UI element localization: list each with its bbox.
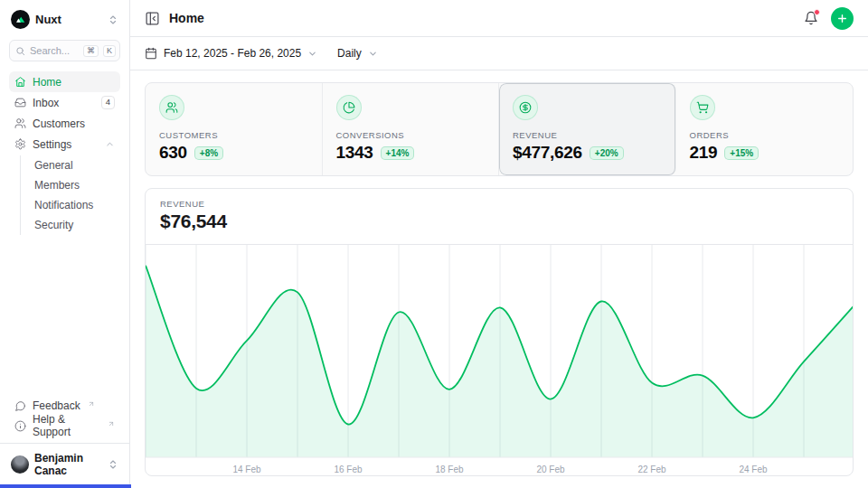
sidebar-item-customers[interactable]: Customers (9, 113, 120, 134)
sidebar-link-label: Feedback (33, 399, 80, 412)
message-icon (14, 400, 26, 412)
sidebar-nav: HomeInbox4CustomersSettingsGeneralMember… (9, 71, 120, 236)
period-value: Daily (337, 47, 362, 60)
stat-card-revenue[interactable]: REVENUE$477,626+20% (499, 83, 676, 175)
kbd-meta: ⌘ (83, 45, 99, 57)
collapse-sidebar-button[interactable] (145, 11, 160, 26)
kbd-key: K (103, 45, 116, 57)
sidebar-item-inbox[interactable]: Inbox4 (9, 92, 120, 113)
chart-x-tick-label: 22 Feb (637, 465, 666, 474)
chart-x-tick-label: 14 Feb (232, 465, 261, 474)
page-content: CUSTOMERS630+8%CONVERSIONS1343+14%REVENU… (130, 70, 868, 488)
user-menu[interactable]: Benjamin Canac (9, 444, 120, 479)
sidebar-item-label: Customers (33, 117, 85, 130)
sidebar-subitem-members[interactable]: Members (21, 175, 120, 195)
filters-toolbar: Feb 12, 2025 - Feb 26, 2025 Daily (130, 37, 868, 70)
search-input[interactable]: Search... ⌘ K (9, 40, 120, 61)
sidebar-item-label: Home (33, 76, 61, 89)
stat-label: REVENUE (513, 130, 662, 140)
workspace-name: Nuxt (35, 13, 61, 26)
date-range-value: Feb 12, 2025 - Feb 26, 2025 (164, 47, 301, 60)
pie-chart-icon (343, 101, 355, 114)
chart-x-tick-label: 20 Feb (536, 465, 565, 474)
home-icon (14, 76, 26, 88)
chevron-down-icon (368, 49, 378, 59)
arrow-up-right-icon (108, 420, 115, 427)
search-icon (15, 46, 25, 56)
stat-label: CUSTOMERS (159, 130, 308, 140)
header-actions (804, 7, 854, 30)
sidebar-link-label: Help & Support (33, 413, 100, 438)
stat-value: 1343 (336, 143, 373, 163)
stat-value-row: 630+8% (159, 143, 308, 163)
stat-card-conversions[interactable]: CONVERSIONS1343+14% (323, 83, 500, 175)
stat-label: ORDERS (690, 130, 840, 140)
chart-x-tick-label: 24 Feb (739, 465, 768, 474)
app-window: Nuxt Search... ⌘ K HomeInbox4CustomersSe… (0, 0, 868, 488)
stat-icon-circle (513, 95, 538, 120)
workspace-switcher[interactable]: Nuxt (9, 8, 120, 33)
users-icon (14, 117, 26, 129)
main-panel: Home Feb 12, 2025 - Feb 26, 2025 Daily (130, 0, 868, 488)
stat-delta-badge: +14% (381, 146, 415, 160)
chart-metric-label: REVENUE (160, 199, 838, 209)
sidebar-item-home[interactable]: Home (9, 71, 120, 92)
external-link-icon (88, 400, 95, 408)
user-name: Benjamin Canac (34, 452, 102, 477)
stat-icon-circle (159, 95, 184, 120)
period-select[interactable]: Daily (337, 47, 378, 60)
stat-icon-circle (336, 95, 362, 120)
sidebar-subitem-notifications[interactable]: Notifications (21, 195, 120, 215)
page-title: Home (169, 11, 204, 25)
info-icon (14, 420, 26, 432)
chevrons-up-down-icon (108, 14, 118, 25)
gear-icon (14, 138, 26, 150)
stat-value-row: 1343+14% (336, 143, 486, 163)
sidebar-spacer (9, 236, 120, 396)
stat-value: 630 (159, 143, 187, 163)
sidebar-item-label: Settings (33, 138, 71, 151)
chart-header: REVENUE $76,544 (146, 189, 853, 245)
sidebar-item-settings[interactable]: Settings (9, 134, 120, 155)
chevron-up-icon (105, 139, 115, 149)
stat-icon-circle (690, 95, 715, 120)
users-icon (165, 101, 178, 114)
sidebar-item-label: Inbox (33, 97, 59, 109)
add-button[interactable] (831, 7, 854, 30)
stat-label: CONVERSIONS (336, 130, 486, 140)
notifications-button[interactable] (804, 11, 818, 25)
revenue-chart-card: REVENUE $76,544 14 Feb16 Feb18 Feb20 Feb… (145, 188, 854, 476)
stat-delta-badge: +20% (590, 146, 624, 160)
sidebar-subitem-security[interactable]: Security (21, 215, 120, 235)
sidebar: Nuxt Search... ⌘ K HomeInbox4CustomersSe… (0, 0, 130, 488)
calendar-icon (145, 47, 157, 60)
cart-icon (696, 101, 709, 114)
stat-card-customers[interactable]: CUSTOMERS630+8% (146, 83, 323, 175)
search-placeholder: Search... (30, 45, 79, 56)
inbox-count-badge: 4 (101, 96, 115, 108)
stat-value-row: 219+15% (690, 143, 840, 163)
chart-x-tick-label: 16 Feb (334, 465, 363, 474)
dollar-icon (519, 101, 532, 114)
sidebar-subitem-general[interactable]: General (21, 155, 120, 175)
sidebar-link-help[interactable]: Help & Support (9, 416, 120, 436)
external-link-icon (108, 420, 115, 427)
stat-delta-badge: +8% (194, 146, 223, 160)
notification-dot (814, 9, 820, 15)
date-range-picker[interactable]: Feb 12, 2025 - Feb 26, 2025 (145, 47, 317, 60)
bottom-left-edge-strip (0, 484, 131, 488)
stat-value-row: $477,626+20% (513, 143, 662, 163)
stat-value: $477,626 (513, 143, 582, 163)
stats-row: CUSTOMERS630+8%CONVERSIONS1343+14%REVENU… (145, 82, 854, 176)
chevron-up-icon (105, 139, 115, 149)
stat-card-orders[interactable]: ORDERS219+15% (676, 83, 854, 175)
revenue-area-chart[interactable]: 14 Feb16 Feb18 Feb20 Feb22 Feb24 Feb (146, 245, 854, 476)
plus-icon (836, 13, 848, 24)
stat-value: 219 (690, 143, 718, 163)
panel-left-close-icon (145, 11, 160, 26)
user-avatar (11, 455, 29, 474)
nuxt-logo-icon (11, 10, 30, 29)
chevrons-up-down-icon (108, 459, 118, 470)
arrow-up-right-icon (88, 400, 95, 408)
chart-metric-value: $76,544 (160, 211, 838, 232)
